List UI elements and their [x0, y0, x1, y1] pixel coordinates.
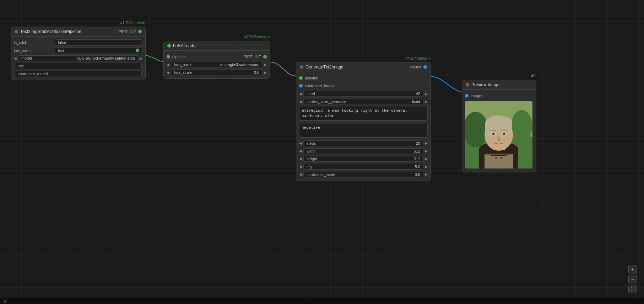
status-time: 0s [3, 299, 7, 303]
field-vae: vae [11, 62, 145, 70]
model-arrow-left[interactable]: ◀ [14, 56, 17, 60]
width-arrow-left[interactable]: ◀ [299, 149, 302, 153]
seed-arrow-left[interactable]: ◀ [299, 92, 302, 96]
gen-controlnet-port[interactable] [299, 84, 303, 88]
svg-point-17 [493, 133, 494, 134]
cfg-arrow-right[interactable]: ▶ [425, 165, 428, 168]
lora-node-header: LoRALoader [164, 41, 270, 51]
controlnet-scale-arrow-left[interactable]: ◀ [299, 172, 302, 176]
preview-status-dot [466, 83, 469, 87]
preview-images-port[interactable] [465, 94, 469, 98]
lora-name-label: lora_name [174, 62, 193, 67]
lora-pipeline-port-left[interactable] [167, 55, 170, 59]
pipeline-label: PIPELINE [118, 29, 136, 34]
lora-body: pipeline PIPELINE ◀ lora_name emiregiw3.… [164, 51, 270, 78]
control-after-label: control_after_generate [307, 99, 346, 104]
text2img-node: #1 Diffusers-in Text2ImgStableDiffusionP… [11, 27, 146, 80]
control-after-arrow-left[interactable]: ◀ [299, 100, 302, 104]
preview-image-node: #5 Preview Image images [462, 80, 536, 172]
field-model: ◀ model v1-5-pruned-emaonly.safetensors … [11, 54, 145, 62]
lora-name-arrow-right[interactable]: ▶ [264, 63, 267, 67]
generate-node-id-label: #4 Diffusers-in [405, 56, 431, 60]
field-lora-scale: ◀ lora_scale 0.8 ▶ [164, 68, 270, 76]
pipeline-port-right[interactable] [138, 30, 142, 33]
svg-point-10 [485, 115, 512, 131]
height-arrow-right[interactable]: ▶ [425, 157, 428, 161]
model-arrow-right[interactable]: ▶ [140, 56, 142, 60]
control-after-arrow-right[interactable]: ▶ [425, 100, 428, 104]
width-label: width [307, 149, 316, 153]
steps-label: steps [307, 141, 316, 145]
lora-name-arrow-left[interactable]: ◀ [167, 63, 169, 67]
lora-scale-label: lora_scale [174, 70, 192, 74]
lora-pipeline-port-right[interactable] [263, 55, 267, 59]
steps-arrow-right[interactable]: ▶ [425, 141, 428, 145]
preview-body: images [462, 90, 536, 172]
generate-body: pipeline controlnet_image ◀ seed 42 ▶ ◀ … [296, 72, 431, 181]
gen-steps-row: ◀ steps 20 ▶ [296, 139, 431, 147]
cfg-arrow-left[interactable]: ◀ [299, 165, 302, 168]
svg-point-20 [500, 157, 502, 159]
lora-node-id-label: #7 Diffusers-in [244, 35, 270, 39]
width-arrow-right[interactable]: ▶ [425, 149, 428, 153]
svg-point-18 [503, 133, 505, 134]
model-label: model [21, 56, 32, 60]
generate-title: GenerateTxt2Image [305, 65, 343, 70]
gen-control-after-row: ◀ control_after_generate fixed ▶ [296, 98, 431, 105]
text2img-node-header: Text2ImgStableDiffusionPipeline PIPELINE [11, 27, 145, 37]
vae-label: vae [18, 64, 24, 68]
text2img-body: is_sdxl false low_vram true ◀ model v1-5… [11, 37, 145, 80]
generate-node-header: GenerateTxt2Image Result [296, 62, 431, 72]
svg-point-19 [495, 157, 497, 159]
gen-controlnet-image-label: controlnet_image [305, 84, 335, 88]
gen-width-row: ◀ width 512 ▶ [296, 147, 431, 155]
gen-cfg-row: ◀ cfg 5.0 ▶ [296, 163, 431, 171]
zoom-in-button[interactable]: + [628, 265, 637, 273]
zoom-out-button[interactable]: − [628, 275, 637, 283]
text2img-status-dot [15, 30, 18, 33]
preview-node-header: Preview Image [462, 80, 536, 90]
controlnet-scale-arrow-right[interactable]: ▶ [425, 172, 428, 176]
steps-arrow-left[interactable]: ◀ [299, 141, 302, 145]
height-arrow-left[interactable]: ◀ [299, 157, 302, 161]
gen-pipeline-row: pipeline [296, 74, 431, 82]
controlnet-scale-label: controlnet_scale [307, 172, 335, 177]
seed-arrow-right[interactable]: ▶ [425, 92, 428, 96]
svg-rect-21 [486, 154, 511, 155]
zoom-fit-button[interactable]: ⛶ [628, 285, 637, 293]
gen-seed-row: ◀ seed 42 ▶ [296, 90, 431, 98]
field-lora-name: ◀ lora_name emiregiw3.safetensors ▶ [164, 61, 270, 68]
svg-point-3 [511, 110, 532, 142]
svg-rect-11 [485, 123, 489, 136]
preview-images-row: images [462, 92, 536, 100]
lora-title: LoRALoader [173, 43, 197, 48]
height-label: height [307, 157, 317, 161]
result-port-right[interactable] [423, 65, 427, 69]
field-low-vram: low_vram true [11, 46, 145, 54]
text2img-node-id-label: #1 Diffusers-in [120, 21, 145, 25]
negative-prompt-input[interactable]: negative [299, 123, 428, 138]
gen-controlnet-scale-row: ◀ controlnet_scale 0.5 ▶ [296, 171, 431, 178]
controlnet-model-label: controlnet_model [18, 72, 48, 76]
result-label: Result [410, 65, 421, 69]
lora-status-dot [167, 44, 171, 48]
preview-title: Preview Image [471, 82, 499, 87]
positive-prompt-input[interactable]: emiregiw3, a man looking right at the ca… [299, 106, 428, 121]
generate-node: #4 Diffusers-in GenerateTxt2Image Result… [296, 62, 431, 181]
preview-images-label: images [471, 94, 483, 98]
lora-loader-node: #7 Diffusers-in LoRALoader pipeline PIPE… [163, 41, 270, 79]
gen-height-row: ◀ height 512 ▶ [296, 155, 431, 163]
preview-node-id-label: #5 [531, 74, 535, 78]
seed-label: seed [307, 92, 315, 96]
zoom-controls: + − ⛶ [628, 265, 637, 293]
field-is-sdxl: is_sdxl false [11, 39, 145, 46]
lora-pipeline-port-label: PIPELINE [243, 55, 261, 59]
lora-scale-arrow-left[interactable]: ◀ [167, 71, 169, 74]
status-bar: 0s [0, 298, 644, 304]
lora-pipeline-label: pipeline [172, 55, 243, 59]
field-controlnet-model: controlnet_model [11, 70, 145, 78]
low-vram-toggle[interactable] [136, 49, 139, 52]
preview-image-display [465, 101, 532, 168]
lora-scale-arrow-right[interactable]: ▶ [264, 71, 267, 74]
gen-pipeline-port[interactable] [299, 76, 303, 80]
